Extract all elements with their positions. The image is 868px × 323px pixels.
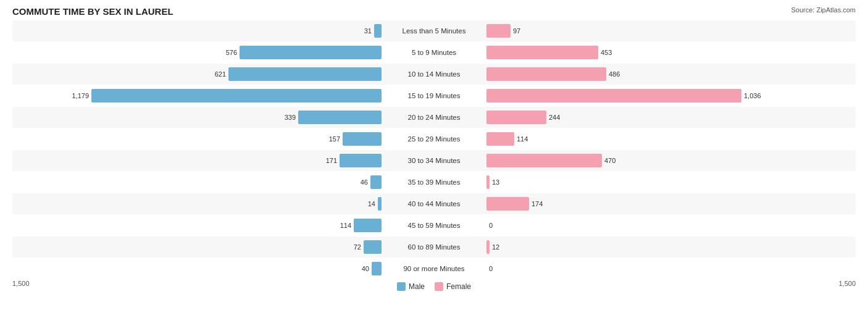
right-section: 97 — [486, 20, 856, 41]
left-section: 14 — [12, 193, 382, 214]
male-value: 157 — [329, 135, 340, 143]
table-row: 33920 to 24 Minutes244 — [12, 107, 856, 128]
male-bar — [228, 67, 382, 81]
axis-right-label: 1,500 — [838, 280, 856, 291]
left-section: 72 — [12, 237, 382, 258]
table-row: 4635 to 39 Minutes13 — [12, 172, 856, 193]
left-section: 40 — [12, 258, 382, 279]
left-section: 46 — [12, 172, 382, 193]
female-value: 114 — [517, 135, 528, 143]
right-section: 453 — [486, 42, 856, 63]
male-bar — [298, 111, 382, 124]
right-section: 1,036 — [486, 85, 856, 106]
male-value: 72 — [354, 243, 361, 251]
female-value: 174 — [532, 200, 543, 208]
male-value: 114 — [340, 222, 351, 229]
right-section: 244 — [486, 107, 856, 128]
male-value: 14 — [368, 200, 375, 208]
female-legend-box — [435, 282, 443, 291]
row-label: 5 to 9 Minutes — [382, 49, 486, 56]
legend-male: Male — [397, 282, 425, 291]
row-label: 30 to 34 Minutes — [382, 157, 486, 164]
row-label: 90 or more Minutes — [382, 265, 486, 272]
row-label: 35 to 39 Minutes — [382, 178, 486, 186]
male-value: 40 — [362, 265, 369, 272]
female-bar — [486, 197, 529, 211]
female-bar — [486, 46, 598, 59]
male-bar — [340, 154, 382, 167]
male-value: 621 — [215, 70, 226, 78]
male-value: 31 — [364, 27, 372, 35]
male-bar — [364, 240, 382, 254]
right-section: 13 — [486, 172, 856, 193]
row-label: Less than 5 Minutes — [382, 27, 486, 35]
female-bar — [486, 24, 511, 38]
female-bar — [486, 154, 602, 167]
left-section: 171 — [12, 150, 382, 171]
right-section: 12 — [486, 237, 856, 258]
table-row: 7260 to 89 Minutes12 — [12, 237, 856, 258]
right-section: 174 — [486, 193, 856, 214]
female-value: 0 — [489, 222, 493, 229]
right-section: 114 — [486, 128, 856, 149]
axis-left-label: 1,500 — [12, 280, 30, 291]
female-bar — [486, 240, 490, 254]
table-row: 31Less than 5 Minutes97 — [12, 20, 856, 41]
table-row: 15725 to 29 Minutes114 — [12, 128, 856, 149]
left-section: 114 — [12, 215, 382, 236]
male-value: 576 — [226, 49, 237, 56]
right-section: 0 — [486, 258, 856, 279]
axis-bottom: 1,500 Male Female 1,500 — [12, 280, 856, 292]
chart-title: COMMUTE TIME BY SEX IN LAUREL — [12, 6, 856, 17]
left-section: 1,179 — [12, 85, 382, 106]
male-value: 339 — [285, 114, 296, 121]
left-section: 157 — [12, 128, 382, 149]
male-bar — [354, 219, 382, 232]
table-row: 62110 to 14 Minutes486 — [12, 64, 856, 85]
row-label: 10 to 14 Minutes — [382, 70, 486, 78]
chart-container: COMMUTE TIME BY SEX IN LAUREL Source: Zi… — [0, 0, 868, 323]
male-value: 1,179 — [72, 92, 89, 99]
male-legend-label: Male — [409, 282, 425, 291]
male-bar — [240, 46, 382, 59]
table-row: 17130 to 34 Minutes470 — [12, 150, 856, 171]
female-bar — [486, 89, 741, 103]
right-section: 470 — [486, 150, 856, 171]
female-bar — [486, 132, 514, 146]
female-legend-label: Female — [446, 282, 471, 291]
female-value: 470 — [604, 157, 616, 164]
legend: Male Female — [397, 282, 471, 291]
female-value: 453 — [601, 49, 612, 56]
chart-area: 31Less than 5 Minutes975765 to 9 Minutes… — [12, 20, 856, 280]
left-section: 31 — [12, 20, 382, 41]
legend-female: Female — [435, 282, 471, 291]
male-bar — [374, 24, 382, 38]
table-row: 1440 to 44 Minutes174 — [12, 193, 856, 214]
male-bar — [370, 175, 382, 189]
female-bar — [486, 111, 546, 124]
source-text: Source: ZipAtlas.com — [791, 6, 856, 14]
male-value: 46 — [361, 178, 368, 186]
male-value: 171 — [326, 157, 337, 164]
row-label: 25 to 29 Minutes — [382, 135, 486, 143]
left-section: 621 — [12, 64, 382, 85]
female-value: 97 — [513, 27, 520, 35]
female-bar — [486, 67, 606, 81]
row-label: 15 to 19 Minutes — [382, 92, 486, 99]
female-value: 0 — [489, 265, 493, 272]
male-bar — [343, 132, 382, 146]
male-bar — [91, 89, 382, 103]
left-section: 576 — [12, 42, 382, 63]
table-row: 5765 to 9 Minutes453 — [12, 42, 856, 63]
row-label: 20 to 24 Minutes — [382, 114, 486, 121]
female-value: 486 — [609, 70, 620, 78]
female-bar — [486, 175, 490, 189]
right-section: 486 — [486, 64, 856, 85]
right-section: 0 — [486, 215, 856, 236]
female-value: 244 — [549, 114, 560, 121]
female-value: 12 — [492, 243, 499, 251]
left-section: 339 — [12, 107, 382, 128]
table-row: 4090 or more Minutes0 — [12, 258, 856, 279]
row-label: 45 to 59 Minutes — [382, 222, 486, 229]
row-label: 60 to 89 Minutes — [382, 243, 486, 251]
